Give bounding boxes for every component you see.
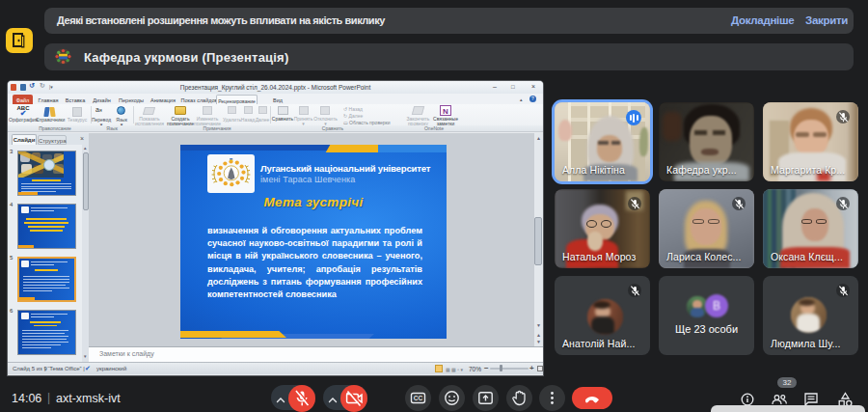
svg-text:CC: CC <box>413 395 422 401</box>
